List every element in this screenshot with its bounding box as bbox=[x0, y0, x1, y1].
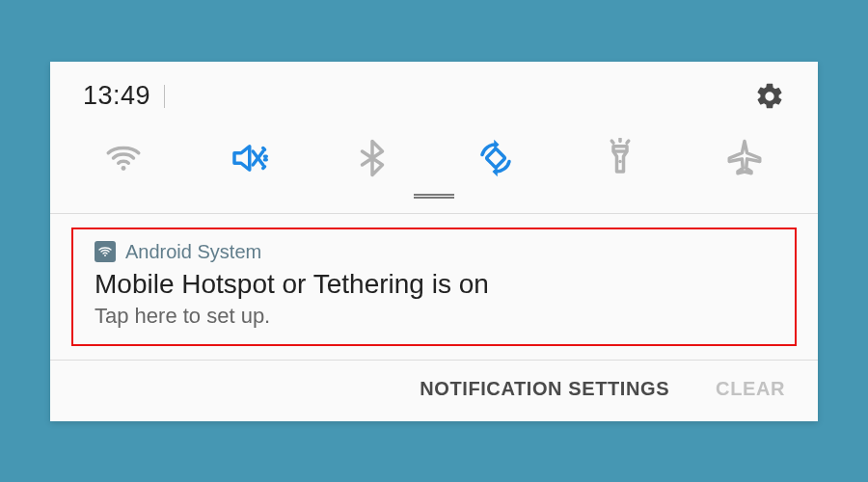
divider bbox=[50, 213, 818, 214]
notification-shade: 13:49 bbox=[50, 62, 818, 421]
airplane-icon bbox=[724, 138, 765, 178]
clock: 13:49 bbox=[83, 81, 150, 111]
shade-drag-handle[interactable] bbox=[414, 193, 454, 200]
svg-point-9 bbox=[104, 254, 106, 256]
flashlight-icon bbox=[600, 138, 640, 178]
wifi-icon bbox=[103, 138, 144, 178]
footer-actions: NOTIFICATION SETTINGS CLEAR bbox=[50, 361, 818, 421]
clear-button[interactable]: CLEAR bbox=[716, 378, 785, 400]
status-divider bbox=[164, 85, 165, 108]
notification-settings-button[interactable]: NOTIFICATION SETTINGS bbox=[420, 378, 669, 400]
handle-bar-icon bbox=[414, 194, 454, 196]
wifi-icon bbox=[97, 244, 113, 259]
qs-airplane[interactable] bbox=[718, 135, 772, 181]
qs-bluetooth[interactable] bbox=[345, 135, 399, 181]
qs-flashlight[interactable] bbox=[593, 135, 647, 181]
notification-app-icon bbox=[95, 241, 116, 262]
qs-wifi[interactable] bbox=[96, 135, 150, 181]
svg-line-7 bbox=[627, 141, 629, 143]
settings-button[interactable] bbox=[754, 81, 785, 112]
notification-card[interactable]: Android System Mobile Hotspot or Tetheri… bbox=[71, 228, 797, 346]
svg-line-6 bbox=[611, 141, 613, 143]
sound-mute-icon bbox=[228, 138, 268, 178]
quick-settings-row bbox=[50, 118, 818, 189]
notification-subtitle: Tap here to set up. bbox=[95, 304, 773, 329]
handle-bar-icon bbox=[414, 197, 454, 199]
qs-auto-rotate[interactable] bbox=[469, 135, 523, 181]
bluetooth-icon bbox=[352, 138, 393, 178]
notification-header: Android System bbox=[95, 241, 773, 263]
qs-sound[interactable] bbox=[221, 135, 275, 181]
shade-handle-area bbox=[50, 189, 818, 213]
status-bar: 13:49 bbox=[50, 62, 818, 118]
svg-rect-3 bbox=[486, 148, 505, 168]
svg-point-0 bbox=[122, 166, 126, 171]
notification-app-name: Android System bbox=[125, 241, 261, 263]
gear-icon bbox=[754, 81, 785, 112]
svg-point-8 bbox=[618, 159, 622, 163]
notification-title: Mobile Hotspot or Tethering is on bbox=[95, 269, 773, 300]
auto-rotate-icon bbox=[475, 138, 516, 178]
